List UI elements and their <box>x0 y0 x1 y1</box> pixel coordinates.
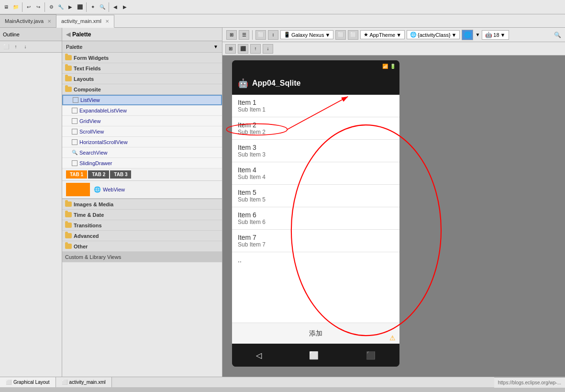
toolbar-icon-10[interactable]: 🔍 <box>98 3 107 11</box>
activity-class: {activityClass} <box>418 32 450 38</box>
palette-item-slidingdrawer-label: SlidingDrawer <box>79 160 112 166</box>
palette-item-hscrollview-label: HorizontalScrollView <box>79 139 128 145</box>
palette-dropdown[interactable]: ▼ <box>213 44 218 49</box>
category-advanced-label: Advanced <box>74 233 99 239</box>
category-time-date-label: Time & Date <box>74 212 104 218</box>
phone-status-bar: 📶 🔋 <box>232 60 399 72</box>
toolbar-icon-7[interactable]: ▶ <box>66 3 75 11</box>
phone-mockup: 📶 🔋 🤖 App04_Sqlite Item 1 Sub Item 1 Ite… <box>232 60 399 367</box>
android-app-icon: 🤖 <box>238 78 248 89</box>
canvas-grid-btn[interactable]: ⊞ <box>225 44 236 54</box>
canvas-snap-btn[interactable]: ⬛ <box>238 44 248 54</box>
locale-btn[interactable]: 🌐 <box>462 30 473 40</box>
toolbar-icon-2[interactable]: 📁 <box>11 3 20 11</box>
palette-label: Palette <box>66 44 82 50</box>
tab-activity-xml[interactable]: activity_main.xml ✕ <box>56 15 114 28</box>
orientation-btn[interactable]: ⬜ <box>335 30 346 40</box>
tab-mainactivity-close[interactable]: ✕ <box>47 19 51 24</box>
nav-home-btn[interactable]: ⬜ <box>309 351 319 360</box>
canvas-up-btn[interactable]: ↑ <box>250 44 261 54</box>
outline-icons: ⬜ ↑ ↓ <box>0 41 62 53</box>
tab-widget-3[interactable]: TAB 3 <box>110 170 131 179</box>
zoom-icon[interactable]: 🔍 <box>554 32 561 38</box>
category-time-date[interactable]: Time & Date <box>62 210 222 220</box>
list-item-7: Item 7 Sub Item 7 <box>232 230 399 252</box>
toolbar-icon-3[interactable]: ↩ <box>24 3 33 11</box>
tab-widget-2[interactable]: TAB 2 <box>88 170 109 179</box>
list-item-2: Item 2 Sub Item 2 <box>232 117 399 140</box>
layout-toggle-2[interactable]: ☰ <box>239 30 249 40</box>
toolbar-icon-5[interactable]: ⚙ <box>47 3 55 11</box>
screen-size-btn[interactable]: ⬜ <box>348 30 358 40</box>
toolbar-icon-4[interactable]: ↪ <box>34 3 43 11</box>
category-layouts[interactable]: Layouts <box>62 74 222 84</box>
canvas-btn-1[interactable]: ⬜ <box>255 30 266 40</box>
locale-arrow[interactable]: ▼ <box>475 32 480 37</box>
add-button-bar[interactable]: 添加 ⚠ <box>232 323 399 344</box>
api-selector[interactable]: 🤖 18 ▼ <box>482 30 509 40</box>
category-composite[interactable]: Composite <box>62 84 222 95</box>
bottom-tab-graphical[interactable]: ⬜ Graphical Layout <box>0 377 56 387</box>
toolbar-icon-6[interactable]: 🔧 <box>56 3 65 11</box>
tab-activity-xml-label: activity_main.xml <box>61 18 101 24</box>
list-item-6-main: Item 6 <box>238 211 394 219</box>
palette-item-hscrollview[interactable]: HorizontalScrollView <box>62 137 222 147</box>
layout-toggle-1[interactable]: ⊞ <box>226 30 237 40</box>
tab-activity-xml-close[interactable]: ✕ <box>105 19 109 24</box>
toolbar-icon-11[interactable]: ◀ <box>111 3 120 11</box>
list-item-3: Item 3 Sub Item 3 <box>232 140 399 162</box>
expandable-listview-icon <box>72 108 78 113</box>
nav-recent-btn[interactable]: ⬛ <box>366 351 376 360</box>
palette-item-listview[interactable]: ListView <box>62 95 222 105</box>
tab-widget-1[interactable]: TAB 1 <box>66 170 87 179</box>
bottom-tab-xml[interactable]: ⬜ activity_main.xml <box>56 377 112 387</box>
palette-item-slidingdrawer[interactable]: SlidingDrawer <box>62 158 222 168</box>
nav-back-btn[interactable]: ◁ <box>256 351 262 360</box>
list-item-1: Item 1 Sub Item 1 <box>232 95 399 117</box>
orange-button-widget[interactable] <box>66 183 90 196</box>
theme-selector[interactable]: ★ AppTheme ▼ <box>360 30 405 39</box>
outline-icon-3[interactable]: ↓ <box>21 43 30 51</box>
toolbar-icon-1[interactable]: 🖥 <box>2 3 11 11</box>
category-other[interactable]: Other <box>62 241 222 252</box>
toolbar-icon-8[interactable]: ⬛ <box>76 3 84 11</box>
category-images-media[interactable]: Images & Media <box>62 199 222 210</box>
folder-icon-layouts <box>65 76 72 81</box>
list-item-2-main: Item 2 <box>238 121 394 129</box>
device-selector[interactable]: 📱 Galaxy Nexus ▼ <box>280 30 333 39</box>
gridview-icon <box>72 118 78 124</box>
tab-mainactivity[interactable]: MainActivity.java ✕ <box>0 14 56 27</box>
palette-item-gridview[interactable]: GridView <box>62 116 222 126</box>
bottom-tab-xml-icon: ⬜ <box>62 380 67 385</box>
folder-icon-text <box>65 66 72 71</box>
palette-item-searchview[interactable]: 🔍 SearchView <box>62 147 222 158</box>
webview-item[interactable]: 🌐 WebView <box>94 186 125 193</box>
phone-container: 📶 🔋 🤖 App04_Sqlite Item 1 Sub Item 1 Ite… <box>232 60 399 377</box>
bottom-categories: Images & Media Time & Date Transitions A… <box>62 199 222 262</box>
class-selector[interactable]: 🌐 {activityClass} ▼ <box>407 30 460 39</box>
toolbar-icon-9[interactable]: ✦ <box>89 3 97 11</box>
toolbar-icon-12[interactable]: ▶ <box>121 3 129 11</box>
category-transitions[interactable]: Transitions <box>62 220 222 231</box>
outline-icon-2[interactable]: ↑ <box>11 43 20 51</box>
category-form-widgets[interactable]: Form Widgets <box>62 53 222 63</box>
webview-icon: 🌐 <box>94 186 101 193</box>
canvas-down-btn[interactable]: ↓ <box>263 44 273 54</box>
list-item-6: Item 6 Sub Item 6 <box>232 207 399 230</box>
outline-icon-1[interactable]: ⬜ <box>2 43 11 51</box>
category-advanced[interactable]: Advanced <box>62 231 222 241</box>
separator-3 <box>86 2 87 12</box>
category-text-fields[interactable]: Text Fields <box>62 63 222 74</box>
palette-item-scrollview[interactable]: ScrollView <box>62 126 222 137</box>
palette-title: Palette <box>72 31 91 38</box>
list-item-partial: .. <box>232 252 399 268</box>
folder-icon-other <box>65 244 72 249</box>
list-item-partial-main: .. <box>238 256 394 264</box>
separator-1 <box>22 2 22 12</box>
listview-icon <box>73 97 78 103</box>
status-text: https://blogs.eclipse.org/wp-... <box>498 380 561 385</box>
list-item-2-sub: Sub Item 2 <box>238 129 394 135</box>
palette-item-expandable-listview[interactable]: ExpandableListView <box>62 105 222 116</box>
canvas-btn-2[interactable]: ↕ <box>268 30 278 40</box>
category-custom-library[interactable]: Custom & Library Views <box>62 252 222 262</box>
